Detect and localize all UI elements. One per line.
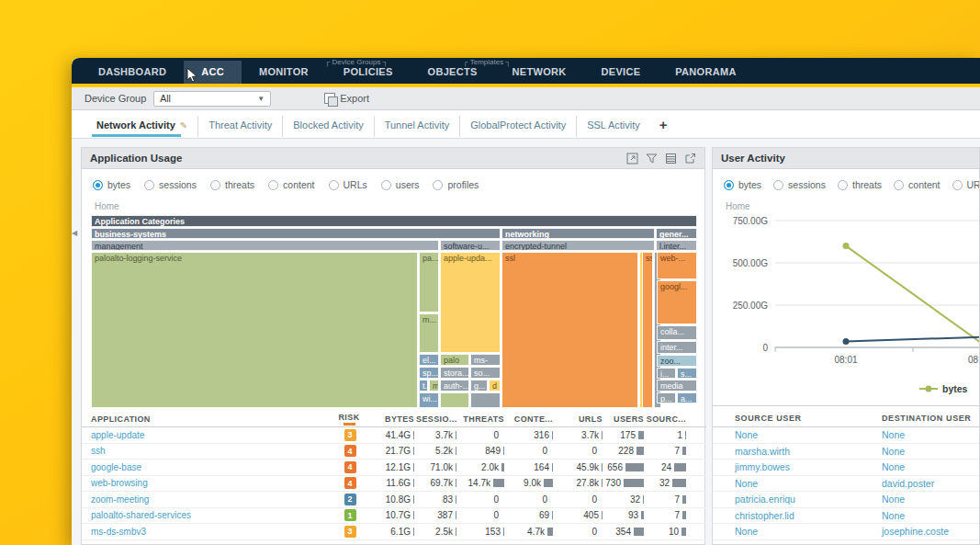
radio-bytes[interactable] <box>93 180 103 190</box>
radio-sessions[interactable] <box>773 180 783 190</box>
treemap-block-management[interactable]: management <box>91 240 439 251</box>
destination-user-link[interactable]: None <box>882 494 980 505</box>
destination-user-link[interactable]: josephine.coste <box>882 526 980 537</box>
nav-item-device[interactable]: DEVICE <box>584 61 659 84</box>
col-header-application[interactable]: APPLICATION <box>91 414 330 424</box>
treemap-block-application-categories[interactable]: Application Categories <box>91 215 697 227</box>
col-header-conte[interactable]: CONTE... <box>506 414 555 424</box>
treemap-block-ssl[interactable]: ssl <box>501 252 638 408</box>
jump-to-logs-icon[interactable] <box>684 153 696 165</box>
radio-threats[interactable] <box>210 180 220 190</box>
treemap-block-p[interactable]: p... <box>657 392 676 403</box>
treemap-block-blank[interactable] <box>440 392 469 408</box>
treemap-block-colla[interactable]: colla... <box>657 325 697 340</box>
treemap-block-paloalto-logging-service[interactable]: paloalto-logging-service <box>91 252 418 408</box>
application-link-google-base[interactable]: google-base <box>91 462 330 472</box>
tab-ssl-activity[interactable]: SSL Activity <box>577 116 650 137</box>
treemap-block-ms[interactable]: ms- <box>470 354 501 366</box>
metric-sessions[interactable]: sessions <box>773 179 826 190</box>
treemap-block-d[interactable]: d <box>489 380 501 392</box>
radio-users[interactable] <box>381 180 391 190</box>
treemap-block-gener[interactable]: gener... <box>656 228 697 239</box>
col-header-risk[interactable]: RISK <box>330 413 370 426</box>
treemap-block-a[interactable]: a... <box>677 392 697 403</box>
source-user-link[interactable]: marsha.wirth <box>735 446 882 457</box>
source-user-link[interactable]: None <box>735 478 882 489</box>
treemap-block-software-u[interactable]: software-u... <box>440 240 501 251</box>
treemap-block-pa[interactable]: pa... <box>419 252 439 312</box>
metric-users[interactable]: users <box>381 179 420 190</box>
treemap-block-i[interactable]: i... <box>657 368 676 379</box>
treemap-block-web[interactable]: web-... <box>657 252 697 279</box>
device-group-select[interactable]: All ▼ <box>153 91 271 107</box>
panel-collapse-handle[interactable]: ◀ <box>72 229 77 237</box>
treemap-block-auth[interactable]: auth-... <box>440 380 469 392</box>
treemap-block-networking[interactable]: networking <box>501 228 655 239</box>
treemap-block-sp[interactable]: sp... <box>419 367 439 379</box>
treemap-block-apple-upda[interactable]: apple-upda... <box>440 252 501 353</box>
export-button[interactable]: Export <box>324 93 369 104</box>
treemap-block-t[interactable]: t. <box>419 380 428 392</box>
metric-profiles[interactable]: profiles <box>433 179 479 190</box>
application-link-ssh[interactable]: ssh <box>91 446 330 456</box>
data-point[interactable] <box>843 243 850 249</box>
treemap-block-g[interactable]: g... <box>470 380 488 392</box>
metric-bytes[interactable]: bytes <box>724 179 761 190</box>
treemap-block-zoo[interactable]: zoo... <box>657 355 697 367</box>
col-header-users[interactable]: USERS <box>604 414 646 424</box>
metric-urls[interactable]: URLs <box>952 179 980 190</box>
treemap-block-palo[interactable]: palo <box>440 354 469 366</box>
col-header-destination-user[interactable]: DESTINATION USER <box>882 414 980 423</box>
treemap-block-wi[interactable]: wi... <box>419 392 439 408</box>
destination-user-link[interactable]: None <box>882 429 980 440</box>
metric-threats[interactable]: threats <box>210 179 254 190</box>
radio-bytes[interactable] <box>724 180 734 190</box>
destination-user-link[interactable]: None <box>882 446 980 457</box>
radio-urls[interactable] <box>329 180 339 190</box>
application-link-ms-ds-smbv3[interactable]: ms-ds-smbv3 <box>91 527 330 537</box>
treemap-block-media[interactable]: media <box>657 380 697 392</box>
application-link-paloalto-shared-services[interactable]: paloalto-shared-services <box>91 510 330 520</box>
metric-sessions[interactable]: sessions <box>144 179 197 190</box>
metric-urls[interactable]: URLs <box>329 179 367 190</box>
application-link-zoom-meeting[interactable]: zoom-meeting <box>91 494 330 505</box>
treemap-block-m[interactable]: m... <box>419 313 439 353</box>
metric-bytes[interactable]: bytes <box>93 179 130 190</box>
destination-user-link[interactable]: david.poster <box>882 478 980 489</box>
radio-content[interactable] <box>894 180 904 190</box>
radio-content[interactable] <box>268 180 278 190</box>
treemap-block-encrypted-tunnel[interactable]: encrypted-tunnel <box>501 240 655 251</box>
treemap-block-business-systems[interactable]: business-systems <box>91 228 501 239</box>
treemap-block-googl[interactable]: googl... <box>657 280 697 324</box>
metric-threats[interactable]: threats <box>838 179 882 190</box>
edit-tab-icon[interactable]: ✎ <box>180 120 187 131</box>
maximize-icon[interactable] <box>626 153 638 165</box>
radio-threats[interactable] <box>838 180 848 190</box>
treemap-block-ssh[interactable]: ssh <box>642 252 653 408</box>
destination-user-link[interactable]: None <box>882 461 980 472</box>
treemap-block-s[interactable]: s... <box>677 368 697 379</box>
tab-blocked-activity[interactable]: Blocked Activity <box>283 116 374 137</box>
col-header-urls[interactable]: URLS <box>555 414 604 424</box>
tab-network-activity[interactable]: Network Activity✎ <box>86 116 198 137</box>
radio-urls[interactable] <box>952 180 963 190</box>
breadcrumb-home[interactable]: Home <box>82 193 704 211</box>
data-point[interactable] <box>843 338 850 345</box>
treemap-block-so[interactable]: so... <box>470 367 501 379</box>
tab-tunnel-activity[interactable]: Tunnel Activity <box>375 116 461 137</box>
treemap-block-l-inter[interactable]: l.inter... <box>656 240 697 251</box>
treemap-block-stora[interactable]: stora... <box>440 367 469 379</box>
treemap-block-blank[interactable] <box>470 392 501 408</box>
radio-profiles[interactable] <box>433 180 443 190</box>
col-header-bytes[interactable]: BYTES <box>370 414 416 424</box>
add-tab-button[interactable]: + <box>650 117 677 135</box>
col-header-sessio[interactable]: SESSIO... <box>416 414 458 424</box>
tab-threat-activity[interactable]: Threat Activity <box>198 116 283 137</box>
destination-user-link[interactable]: None <box>882 510 980 521</box>
source-user-link[interactable]: christopher.lid <box>735 510 882 521</box>
source-user-link[interactable]: jimmy.bowes <box>735 461 882 472</box>
application-link-web-browsing[interactable]: web-browsing <box>91 478 330 488</box>
treemap-block-inter[interactable]: inter... <box>657 341 697 354</box>
source-user-link[interactable]: patricia.enriqu <box>735 494 882 505</box>
table-view-icon[interactable] <box>665 153 677 165</box>
